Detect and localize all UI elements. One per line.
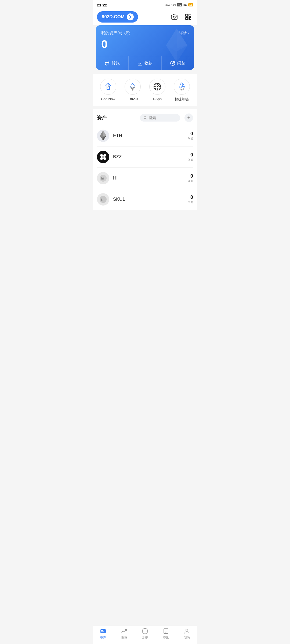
brand-label: 902D.COM (102, 14, 125, 20)
svg-line-35 (155, 88, 156, 89)
asset-item-bzz[interactable]: BZZ 0 ¥ 0 (97, 147, 193, 168)
eye-icon[interactable] (124, 31, 130, 35)
top-nav-icons (169, 12, 193, 22)
sku1-name: SKU1 (113, 197, 188, 202)
svg-point-12 (126, 32, 128, 34)
quick-access: Gas Now Eth2.0 (93, 74, 197, 106)
status-time: 21:22 (97, 3, 107, 7)
add-chain-label: 快捷加链 (175, 97, 189, 102)
svg-rect-5 (189, 14, 191, 16)
svg-point-27 (157, 86, 158, 87)
svg-marker-16 (177, 28, 187, 48)
assets-nav-label: 资产 (100, 636, 106, 640)
brand-arrow-icon (127, 13, 134, 20)
eth-logo (97, 130, 109, 142)
discover-nav-icon (142, 628, 148, 635)
assets-header: 资产 + (97, 109, 193, 125)
svg-point-66 (186, 629, 188, 631)
gas-now-icon-circle (100, 79, 116, 95)
svg-line-32 (155, 85, 156, 86)
asset-label: 我的资产(¥) (101, 31, 130, 36)
svg-marker-24 (133, 87, 135, 90)
svg-rect-6 (186, 17, 188, 20)
add-asset-button[interactable]: + (184, 114, 193, 122)
hi-name: HI (113, 175, 188, 181)
svg-line-34 (158, 85, 160, 86)
network-icon: 4G (183, 3, 187, 6)
assets-nav-icon (100, 628, 107, 635)
svg-point-57 (145, 631, 146, 632)
sku1-amount: 0 ¥ 0 (188, 195, 193, 204)
dapp-icon-circle (149, 79, 165, 95)
nav-item-discover[interactable]: 发现 (135, 628, 155, 640)
gas-now-label: Gas Now (101, 97, 115, 101)
svg-point-48 (102, 156, 104, 158)
svg-rect-4 (186, 14, 188, 16)
bzz-amount: 0 ¥ 0 (188, 152, 193, 162)
brand-button[interactable]: 902D.COM (97, 11, 138, 23)
search-input[interactable] (148, 116, 176, 120)
svg-marker-43 (103, 130, 106, 136)
assets-section: 资产 + ETH 0 ¥ 0 (93, 109, 197, 210)
transfer-button[interactable]: 转账 (96, 56, 129, 70)
eth-amount: 0 ¥ 0 (188, 131, 193, 141)
quick-item-eth2[interactable]: Eth2.0 (125, 79, 141, 102)
svg-rect-53 (100, 629, 106, 633)
quick-item-add-chain[interactable]: EVM 快捷加链 (174, 79, 190, 102)
svg-marker-25 (130, 87, 133, 90)
market-nav-icon (121, 628, 128, 635)
asset-item-sku1[interactable]: S SKU1 0 ¥ 0 (97, 189, 193, 210)
assets-header-right: + (140, 114, 193, 122)
asset-item-eth[interactable]: ETH 0 ¥ 0 (97, 125, 193, 147)
receive-button[interactable]: 收款 (129, 56, 161, 70)
svg-point-1 (173, 16, 175, 18)
bzz-name: BZZ (113, 154, 188, 160)
status-bar: 21:22 27.8 KB/s HD 4G 18 (93, 0, 197, 9)
search-icon (144, 116, 147, 120)
dapp-label: DApp (153, 97, 162, 101)
top-nav: 902D.COM (93, 9, 197, 25)
eth2-label: Eth2.0 (128, 97, 138, 101)
bzz-logo (97, 151, 109, 163)
quick-item-gas-now[interactable]: Gas Now (100, 79, 116, 102)
assets-title: 资产 (97, 115, 107, 121)
add-chain-icon-circle: EVM (174, 79, 190, 95)
discover-nav-label: 发现 (142, 636, 148, 640)
hi-logo: hi (97, 172, 109, 184)
sku1-logo: S (97, 193, 109, 206)
svg-line-33 (158, 88, 160, 89)
eth2-icon-circle (125, 79, 141, 95)
hi-amount: 0 ¥ 0 (188, 173, 193, 183)
eth-name: ETH (113, 133, 188, 138)
mine-nav-icon (183, 628, 190, 635)
mine-nav-label: 我的 (184, 636, 190, 640)
news-nav-icon (162, 628, 169, 635)
svg-rect-55 (101, 631, 104, 632)
speed-indicator: 27.8 KB/s (165, 3, 176, 6)
nav-item-news[interactable]: 资讯 (155, 628, 176, 640)
quick-item-dapp[interactable]: DApp (149, 79, 165, 102)
svg-point-11 (125, 31, 130, 35)
svg-line-39 (146, 118, 147, 119)
nav-item-market[interactable]: 市场 (114, 628, 135, 640)
asset-item-hi[interactable]: hi HI 0 ¥ 0 (97, 168, 193, 189)
status-icons: 27.8 KB/s HD 4G 18 (165, 3, 193, 6)
nav-item-assets[interactable]: 资产 (93, 628, 114, 640)
bottom-nav: 资产 市场 发现 (93, 625, 197, 644)
hd-icon: HD (177, 3, 182, 6)
search-bar[interactable] (140, 114, 180, 122)
eth-watermark (165, 28, 189, 64)
camera-add-icon[interactable] (169, 12, 179, 22)
svg-text:S: S (101, 198, 103, 201)
svg-text:hi: hi (101, 177, 104, 180)
nav-item-mine[interactable]: 我的 (176, 628, 197, 640)
news-nav-label: 资讯 (163, 636, 169, 640)
svg-rect-54 (101, 630, 103, 631)
battery-icon: 18 (188, 3, 193, 6)
scan-icon[interactable] (183, 12, 193, 22)
market-nav-label: 市场 (121, 636, 127, 640)
asset-card: 我的资产(¥) 详情 › 0 转账 (96, 25, 194, 70)
